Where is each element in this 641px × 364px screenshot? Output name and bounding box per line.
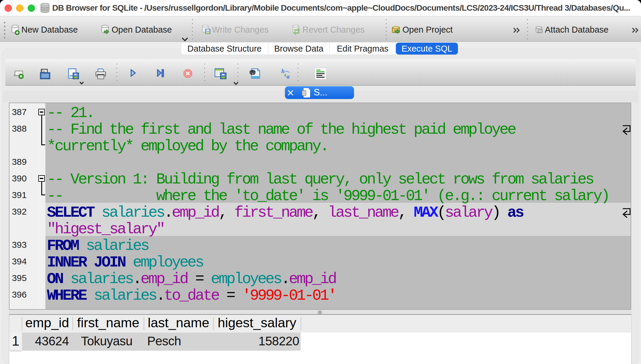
svg-text:h: h xyxy=(281,68,285,74)
